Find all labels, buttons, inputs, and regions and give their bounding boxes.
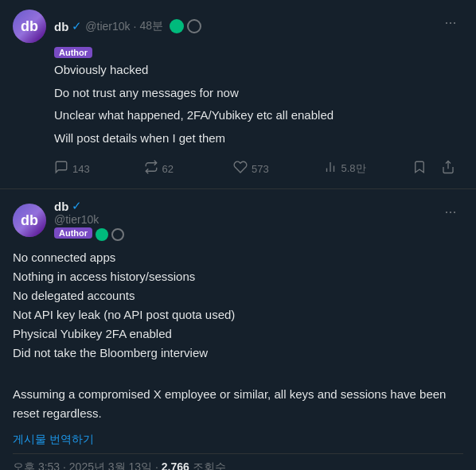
tweet1-bookmark-button[interactable] [412, 155, 435, 182]
tweet1-like-count: 573 [252, 163, 269, 175]
tweet1-text2: Do not trust any messages for now [54, 84, 463, 103]
tweet2-name-row: db ✓ [54, 199, 124, 213]
tweet1-username[interactable]: db [54, 20, 68, 33]
tweet1-dot: · [134, 20, 137, 33]
tweet1-retweet-count: 62 [162, 163, 174, 175]
tweet2-timestamp: 오후 3:53 · 2025년 3월 13일 · 2,766 조회수 [13, 453, 463, 470]
tweet1-view-count: 5.8만 [341, 161, 366, 176]
tweet1-header: db db ✓ @tier10k · 48분 ··· [13, 10, 463, 43]
tweet2-line1: No connected apps [13, 248, 463, 267]
tweet2-header: db db ✓ @tier10k Author ··· [0, 189, 476, 242]
tweet1-avatar-image: db [13, 10, 46, 43]
tweet1-user-info: db ✓ @tier10k · 48분 [54, 19, 201, 33]
translate-link[interactable]: 게시물 번역하기 [13, 433, 463, 447]
tweet2-outline-dot [111, 228, 124, 241]
tweet1-outline-dot [187, 19, 201, 33]
tweet1-like-button[interactable]: 573 [233, 155, 323, 182]
like-icon [233, 160, 248, 177]
share-icon [441, 160, 455, 177]
tweet2-username[interactable]: db [54, 200, 68, 213]
tweet1-comment-button[interactable]: 143 [54, 155, 144, 182]
tweet2-view-label: 조회수 [189, 460, 226, 470]
tweet2-author-badge: Author [54, 227, 92, 239]
tweet1-text1: Obviously hacked [54, 61, 463, 80]
tweet2-view-count: 2,766 [162, 460, 189, 470]
tweet2-line2: Nothing in access history/sessions [13, 267, 463, 286]
tweet2-green-dot [96, 228, 108, 241]
tweet2-header-left: db db ✓ @tier10k Author [13, 199, 124, 242]
tweet2-line3: No delegated accounts [13, 286, 463, 305]
tweet1: db db ✓ @tier10k · 48분 ··· Author Obvio [0, 0, 476, 189]
tweet1-verified-icon: ✓ [72, 19, 82, 33]
tweet2-line5: Physical Yubikey 2FA enabled [13, 324, 463, 344]
tweet1-handle[interactable]: @tier10k [85, 20, 130, 33]
tweet1-actions: 143 62 573 5.8만 [54, 152, 463, 188]
tweet1-views-button[interactable]: 5.8만 [323, 155, 413, 182]
tweet2-handle[interactable]: @tier10k [54, 213, 99, 226]
tweet1-time: 48분 [139, 19, 163, 33]
views-icon [323, 160, 337, 177]
tweet1-body: Author Obviously hacked Do not trust any… [13, 45, 463, 188]
tweet1-name-row: db ✓ @tier10k · 48분 [54, 19, 201, 33]
tweet1-status-icons [170, 19, 201, 33]
retweet-icon [144, 160, 158, 177]
tweet2-lines: No connected apps Nothing in access hist… [13, 242, 463, 369]
tweet1-green-dot [170, 19, 184, 33]
tweet1-text3: Unclear what happened, 2FA/Yubikey etc a… [54, 107, 463, 125]
tweet1-text4: Will post details when I get them [54, 130, 463, 148]
tweet2-avatar-image: db [13, 204, 46, 237]
tweet1-more-button[interactable]: ··· [438, 10, 463, 35]
tweet2-time-text: 오후 3:53 · 2025년 3월 13일 · [13, 460, 162, 470]
tweet2-paragraph2: Assuming a compromised X employee or sim… [13, 379, 463, 429]
tweet2-verified-icon: ✓ [72, 199, 82, 213]
tweet1-author-badge: Author [54, 47, 92, 58]
tweet1-comment-count: 143 [72, 163, 90, 175]
tweet1-retweet-button[interactable]: 62 [144, 155, 234, 182]
tweet2-avatar[interactable]: db [13, 204, 46, 237]
tweet2: db db ✓ @tier10k Author ··· No conne [0, 189, 476, 470]
tweet2-status-row: Author [54, 227, 124, 242]
tweet2-body-content: No connected apps Nothing in access hist… [0, 242, 476, 470]
tweet2-more-button[interactable]: ··· [438, 199, 463, 224]
tweet2-line4: Not API key leak (no API post quota used… [13, 305, 463, 324]
comment-icon [54, 160, 68, 177]
tweet2-handle-row: @tier10k [54, 213, 124, 226]
tweet1-share-button[interactable] [441, 155, 463, 182]
tweet1-header-left: db db ✓ @tier10k · 48분 [13, 10, 201, 43]
tweet2-line6: Did not take the Bloomberg interview [13, 344, 463, 363]
tweet2-user-info: db ✓ @tier10k Author [54, 199, 124, 242]
tweet1-avatar[interactable]: db [13, 10, 46, 43]
bookmark-icon [412, 160, 427, 177]
